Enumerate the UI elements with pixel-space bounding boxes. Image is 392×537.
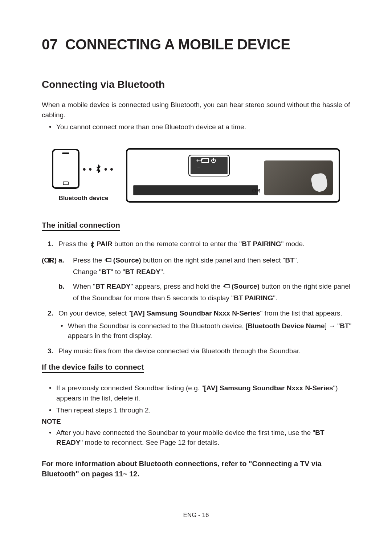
soundbar-icon [133, 185, 258, 195]
step-b: b. When "BT READY" appears, press and ho… [42, 281, 352, 303]
intro-text: When a mobile device is connected using … [42, 100, 352, 120]
fails-bullet-2: Then repeat steps 1 through 2. [47, 405, 352, 415]
plus-icon: + [196, 158, 199, 163]
note-bullet: After you have connected the Soundbar to… [47, 428, 352, 448]
step-3: Play music files from the device connect… [42, 346, 352, 357]
soundbar-panel: + ⏻ − OR [126, 148, 340, 203]
source-icon [201, 158, 209, 163]
phone-block: •• •• Bluetooth device [52, 149, 115, 202]
source-icon [222, 282, 230, 293]
step2-bullet: When the Soundbar is connected to the Bl… [58, 321, 352, 341]
hand-press-image [264, 160, 333, 195]
fails-bullets: If a previously connected Soundbar listi… [47, 383, 352, 415]
minus-icon: − [197, 165, 200, 171]
phone-icon [52, 149, 79, 189]
bluetooth-icon [90, 240, 95, 251]
diagram: •• •• Bluetooth device + ⏻ − OR [52, 148, 352, 203]
intro-bullet-item: You cannot connect more than one Bluetoo… [47, 122, 352, 132]
steps-list: Press the PAIR button on the remote cont… [42, 239, 352, 357]
step2-bullets: When the Soundbar is connected to the Bl… [58, 321, 352, 341]
step-1: Press the PAIR button on the remote cont… [42, 239, 352, 251]
initial-connection-heading: The initial connection [42, 221, 120, 231]
svg-rect-0 [106, 259, 111, 262]
step-or: (OR) a. Press the (Source) button on the… [42, 255, 352, 303]
fails-heading: If the device fails to connect [42, 363, 144, 373]
closing-text: For more information about Bluetooth con… [42, 459, 352, 479]
fails-bullet-1: If a previously connected Soundbar listi… [47, 383, 352, 403]
tv-button-row: + ⏻ [196, 158, 216, 163]
chapter-number: 07 [42, 36, 58, 52]
step-2: On your device, select "[AV] Samsung Sou… [42, 308, 352, 341]
source-icon [104, 256, 111, 267]
chapter-name: CONNECTING A MOBILE DEVICE [65, 36, 290, 52]
bluetooth-dots: •• •• [82, 164, 115, 175]
svg-rect-1 [225, 285, 229, 288]
page-footer: ENG - 16 [0, 512, 392, 519]
note-heading: NOTE [42, 418, 352, 426]
bluetooth-icon [95, 164, 102, 175]
device-label: Bluetooth device [52, 195, 115, 202]
or-label: OR [252, 187, 260, 194]
step-a: a. Press the (Source) button on the righ… [42, 255, 352, 277]
power-icon: ⏻ [211, 158, 216, 163]
chapter-title: 07 CONNECTING A MOBILE DEVICE [42, 36, 352, 53]
intro-bullets: You cannot connect more than one Bluetoo… [47, 122, 352, 132]
section-title: Connecting via Bluetooth [42, 79, 352, 90]
note-bullets: After you have connected the Soundbar to… [47, 428, 352, 448]
